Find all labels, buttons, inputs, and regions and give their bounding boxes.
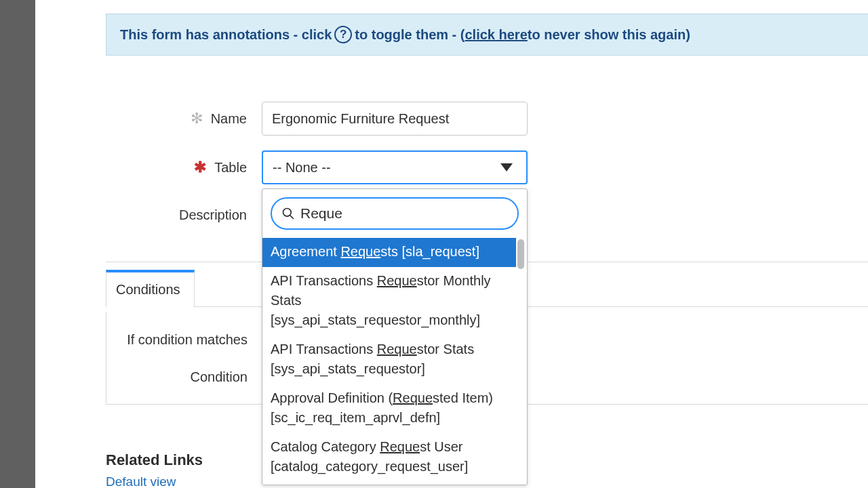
opt-pre: Approval Definition (: [271, 390, 393, 405]
opt-pre: API Transactions: [271, 342, 377, 357]
annotation-text-mid: to toggle them - (: [355, 27, 465, 43]
content-area: This form has annotations - click ? to t…: [35, 0, 868, 488]
label-description: Description: [106, 198, 262, 232]
dropdown-options: Agreement Requests [sla_request] API Tra…: [262, 238, 527, 485]
dropdown-option[interactable]: Agreement Requests [sla_request]: [262, 238, 516, 267]
dropdown-scrollbar[interactable]: [517, 239, 524, 269]
opt-post: sts [sla_request]: [380, 244, 479, 259]
form-area: ✻ Name ✱ Table -- None --: [106, 102, 868, 247]
dropdown-option[interactable]: Approval Definition (Requested Item) [sc…: [262, 384, 516, 433]
dropdown-option[interactable]: Catalog Category Request User [catalog_c…: [262, 433, 516, 482]
name-input[interactable]: [262, 102, 528, 136]
annotation-text-post: to never show this again): [528, 27, 690, 43]
label-description-text: Description: [179, 207, 247, 223]
opt-pre: API Transactions: [271, 273, 377, 288]
annotation-banner: This form has annotations - click ? to t…: [106, 14, 868, 56]
left-gutter: [0, 0, 35, 488]
svg-line-1: [290, 216, 294, 219]
label-if-condition-matches: If condition matches: [106, 332, 262, 348]
tab-conditions[interactable]: Conditions: [106, 270, 195, 307]
default-view-link[interactable]: Default view: [106, 474, 176, 488]
label-name-text: Name: [211, 111, 247, 127]
dropdown-option[interactable]: API Transactions Requestor Stats [sys_ap…: [262, 336, 516, 384]
label-condition: Condition: [106, 369, 262, 385]
table-dropdown: Agreement Requests [sla_request] API Tra…: [262, 188, 528, 485]
required-indicator: ✱: [194, 159, 206, 176]
related-links-heading: Related Links: [106, 451, 203, 469]
opt-pre: Agreement: [271, 244, 340, 259]
row-name: ✻ Name: [106, 102, 868, 136]
search-icon: [281, 207, 295, 220]
help-icon[interactable]: ?: [334, 26, 352, 43]
table-select[interactable]: -- None --: [262, 150, 528, 184]
label-name: ✻ Name: [106, 102, 262, 136]
chevron-down-icon: [500, 163, 513, 171]
opt-match: Reque: [380, 439, 420, 454]
row-table: ✱ Table -- None --: [106, 150, 868, 184]
dropdown-option[interactable]: API Transactions Requestor Monthly Stats…: [262, 267, 516, 336]
annotation-dismiss-link[interactable]: click here: [465, 27, 527, 43]
opt-match: Reque: [393, 390, 433, 405]
opt-match: Reque: [377, 342, 417, 357]
opt-match: Reque: [340, 244, 380, 259]
annotation-text-pre: This form has annotations - click: [120, 27, 332, 43]
opt-pre: Catalog Category: [271, 439, 380, 454]
label-table: ✱ Table: [106, 150, 262, 184]
dropdown-search-input[interactable]: [300, 205, 508, 222]
label-table-text: Table: [214, 160, 247, 176]
dropdown-search-box[interactable]: [271, 197, 519, 230]
opt-match: Reque: [377, 273, 417, 288]
required-indicator: ✻: [191, 110, 203, 127]
related-links: Related Links Default view: [106, 451, 203, 488]
table-select-value: -- None --: [273, 160, 331, 176]
